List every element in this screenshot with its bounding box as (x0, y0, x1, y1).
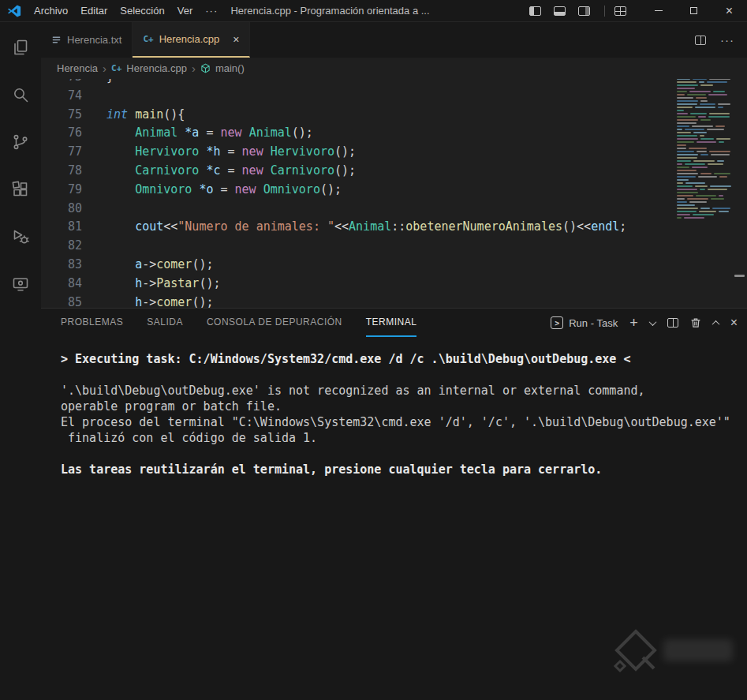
tab-herencia-cpp[interactable]: C+ Herencia.cpp × (133, 22, 250, 58)
new-terminal-icon[interactable]: + (629, 316, 638, 330)
close-tab-icon[interactable]: × (233, 34, 239, 45)
terminal-task-icon: > (551, 316, 563, 329)
remote-explorer-icon[interactable] (2, 265, 39, 303)
editor-more-actions-icon[interactable]: ··· (720, 33, 734, 47)
code-line: 79 Omnivoro *o = new Omnivoro(); (41, 181, 747, 200)
close-window-button[interactable]: × (712, 0, 747, 22)
breadcrumb-file[interactable]: Herencia.cpp (126, 62, 187, 74)
run-debug-icon[interactable] (2, 218, 39, 256)
terminal-line: finalizó con el código de salida 1. (61, 430, 739, 446)
minimap-content (674, 79, 736, 219)
code-line: 81 cout<<"Numero de animales: "<<Animal:… (41, 218, 747, 237)
code-line: 73} (41, 79, 747, 87)
toggle-sidebar-icon[interactable] (529, 6, 541, 16)
toggle-secondary-sidebar-icon[interactable] (578, 6, 590, 16)
maximize-button[interactable] (676, 0, 712, 22)
minimize-button[interactable] (641, 0, 676, 22)
minimap[interactable] (674, 79, 736, 232)
toggle-panel-icon[interactable] (554, 6, 566, 16)
code-line: 84 h->Pastar(); (41, 275, 747, 294)
tab-terminal[interactable]: TERMINAL (366, 309, 417, 337)
window-controls: × (529, 0, 747, 21)
chevron-right-icon: › (103, 62, 106, 75)
source-control-icon[interactable] (2, 123, 39, 161)
menu-bar: Archivo Editar Selección Ver ··· (0, 0, 224, 21)
search-icon[interactable] (2, 76, 39, 114)
vscode-logo-icon (7, 4, 21, 18)
activity-bar (0, 22, 41, 700)
menu-seleccion[interactable]: Selección (114, 2, 170, 19)
run-task-button[interactable]: > Run - Task (551, 316, 618, 329)
editor-area: Herencia.txt C+ Herencia.cpp × ··· Heren… (41, 22, 747, 308)
code-line: 75int main(){ (41, 106, 747, 125)
terminal-line: > Executing task: C:/Windows/System32/cm… (61, 351, 739, 367)
symbol-method-icon (200, 63, 211, 73)
code-line: 82 (41, 237, 747, 256)
run-task-label: Run - Task (569, 317, 618, 329)
tab-label: Herencia.txt (67, 34, 121, 46)
bottom-panel: PROBLEMAS SALIDA CONSOLA DE DEPURACIÓN T… (41, 308, 747, 700)
menu-editar[interactable]: Editar (74, 2, 114, 19)
cpp-file-icon: C+ (143, 34, 153, 44)
chevron-right-icon: › (192, 62, 196, 75)
menu-more-icon[interactable]: ··· (199, 2, 224, 19)
txt-file-icon (51, 35, 62, 45)
code-line: 74 (41, 87, 747, 106)
explorer-icon[interactable] (2, 28, 39, 66)
tab-problemas[interactable]: PROBLEMAS (61, 309, 123, 337)
terminal-line: Las tareas reutilizarán el terminal, pre… (61, 462, 739, 477)
menu-ver[interactable]: Ver (171, 2, 200, 19)
customize-layout-icon[interactable] (614, 6, 626, 16)
code-editor[interactable]: 73}74 75int main(){76 Animal *a = new An… (41, 79, 747, 308)
title-bar: Archivo Editar Selección Ver ··· Herenci… (0, 0, 747, 22)
code-lines: 73}74 75int main(){76 Animal *a = new An… (41, 79, 747, 308)
code-line: 77 Hervivoro *h = new Hervivoro(); (41, 143, 747, 162)
breadcrumb-folder[interactable]: Herencia (57, 62, 98, 74)
terminal-line: operable program or batch file. (61, 399, 739, 414)
tab-herencia-txt[interactable]: Herencia.txt (41, 22, 133, 58)
terminal-output[interactable]: > Executing task: C:/Windows/System32/cm… (41, 337, 747, 477)
panel-actions: > Run - Task + × (551, 316, 738, 330)
tab-label: Herencia.cpp (159, 33, 220, 45)
extensions-icon[interactable] (2, 170, 39, 208)
workbench-content: Herencia.txt C+ Herencia.cpp × ··· Heren… (41, 22, 747, 700)
cpp-file-icon: C+ (111, 63, 121, 73)
code-line: 76 Animal *a = new Animal(); (41, 124, 747, 143)
chevron-down-icon[interactable] (648, 318, 656, 326)
terminal-line (61, 446, 739, 462)
scrollbar-marker (734, 275, 745, 277)
panel-header: PROBLEMAS SALIDA CONSOLA DE DEPURACIÓN T… (41, 309, 747, 337)
split-editor-icon[interactable] (695, 36, 706, 45)
terminal-line (61, 367, 739, 383)
terminal-line: El proceso del terminal "C:\Windows\Syst… (61, 414, 739, 430)
split-terminal-icon[interactable] (667, 318, 678, 328)
titlebar-separator (604, 6, 605, 17)
kill-terminal-icon[interactable] (690, 317, 701, 328)
chevron-up-icon[interactable] (712, 320, 719, 328)
terminal-line: '.\build\Debug\outDebug.exe' is not reco… (61, 383, 739, 399)
code-line: 80 (41, 200, 747, 219)
close-panel-icon[interactable]: × (730, 316, 738, 329)
editor-tab-bar: Herencia.txt C+ Herencia.cpp × ··· (41, 22, 747, 58)
tab-consola-depuracion[interactable]: CONSOLA DE DEPURACIÓN (207, 309, 342, 337)
menu-archivo[interactable]: Archivo (28, 2, 74, 19)
breadcrumb: Herencia › C+ Herencia.cpp › main() (41, 58, 747, 79)
code-line: 78 Carnivoro *c = new Carnivoro(); (41, 162, 747, 181)
tab-salida[interactable]: SALIDA (147, 309, 183, 337)
code-line: 83 a->comer(); (41, 256, 747, 275)
breadcrumb-symbol[interactable]: main() (215, 62, 245, 74)
code-line: 85 h->comer(); (41, 294, 747, 308)
